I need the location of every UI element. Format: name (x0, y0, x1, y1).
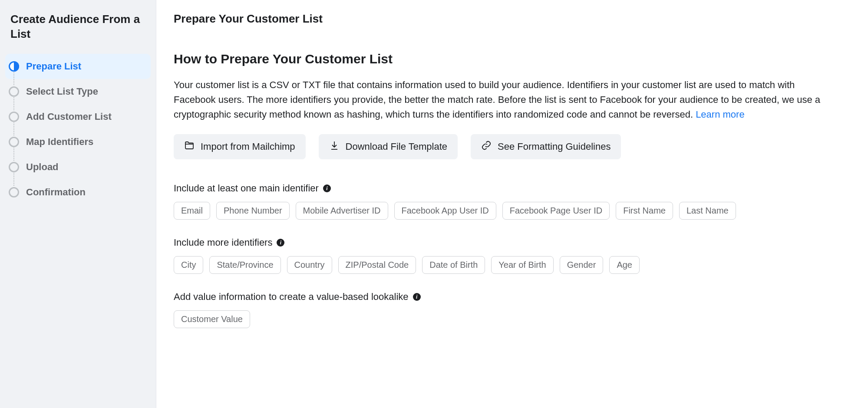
page-title: Prepare Your Customer List (174, 12, 834, 26)
empty-circle-icon (9, 86, 19, 97)
info-icon[interactable]: i (413, 293, 421, 301)
chip-year-of-birth[interactable]: Year of Birth (491, 256, 553, 274)
chip-email[interactable]: Email (174, 202, 210, 220)
action-button-row: Import from Mailchimp Download File Temp… (174, 134, 834, 159)
section-heading: How to Prepare Your Customer List (174, 52, 834, 66)
empty-circle-icon (9, 187, 19, 197)
step-upload[interactable]: Upload (5, 155, 151, 180)
main-identifiers-group: Include at least one main identifier i E… (174, 183, 834, 220)
main-content: Prepare Your Customer List How to Prepar… (156, 0, 851, 408)
empty-circle-icon (9, 137, 19, 147)
chip-facebook-page-user-id[interactable]: Facebook Page User ID (502, 202, 610, 220)
chip-age[interactable]: Age (609, 256, 640, 274)
step-label: Map Identifiers (26, 136, 93, 148)
chip-mobile-advertiser-id[interactable]: Mobile Advertiser ID (296, 202, 388, 220)
step-label: Prepare List (26, 61, 81, 72)
folder-import-icon (184, 140, 195, 153)
sidebar-title: Create Audience From a List (5, 10, 151, 54)
value-info-label: Add value information to create a value-… (174, 291, 834, 303)
button-label: Download File Template (346, 141, 447, 152)
step-label: Add Customer List (26, 111, 112, 122)
chip-first-name[interactable]: First Name (616, 202, 673, 220)
download-icon (329, 140, 340, 153)
group-label-text: Include more identifiers (174, 237, 272, 248)
info-icon[interactable]: i (323, 184, 331, 192)
step-nav: Prepare List Select List Type Add Custom… (5, 54, 151, 205)
step-select-list-type[interactable]: Select List Type (5, 79, 151, 104)
chip-state-province[interactable]: State/Province (209, 256, 281, 274)
main-identifier-chips: Email Phone Number Mobile Advertiser ID … (174, 202, 834, 220)
intro-paragraph: Your customer list is a CSV or TXT file … (174, 78, 834, 122)
empty-circle-icon (9, 162, 19, 172)
chip-facebook-app-user-id[interactable]: Facebook App User ID (394, 202, 496, 220)
empty-circle-icon (9, 112, 19, 122)
group-label-text: Add value information to create a value-… (174, 291, 409, 303)
chip-zip-postal-code[interactable]: ZIP/Postal Code (338, 256, 416, 274)
step-map-identifiers[interactable]: Map Identifiers (5, 129, 151, 155)
learn-more-link[interactable]: Learn more (696, 109, 745, 120)
app-root: Create Audience From a List Prepare List… (0, 0, 868, 408)
button-label: See Formatting Guidelines (498, 141, 611, 152)
button-label: Import from Mailchimp (201, 141, 295, 152)
chip-last-name[interactable]: Last Name (679, 202, 736, 220)
step-label: Select List Type (26, 86, 98, 97)
chip-country[interactable]: Country (287, 256, 332, 274)
more-identifier-chips: City State/Province Country ZIP/Postal C… (174, 256, 834, 274)
info-icon[interactable]: i (277, 239, 284, 247)
step-label: Upload (26, 161, 59, 173)
step-label: Confirmation (26, 187, 86, 198)
chip-city[interactable]: City (174, 256, 203, 274)
more-identifiers-label: Include more identifiers i (174, 237, 834, 248)
link-icon (481, 140, 492, 153)
formatting-guidelines-button[interactable]: See Formatting Guidelines (471, 134, 621, 159)
half-circle-icon (9, 61, 19, 72)
group-label-text: Include at least one main identifier (174, 183, 319, 194)
more-identifiers-group: Include more identifiers i City State/Pr… (174, 237, 834, 274)
main-identifiers-label: Include at least one main identifier i (174, 183, 834, 194)
chip-gender[interactable]: Gender (560, 256, 604, 274)
chip-phone-number[interactable]: Phone Number (216, 202, 290, 220)
step-confirmation[interactable]: Confirmation (5, 180, 151, 205)
step-add-customer-list[interactable]: Add Customer List (5, 104, 151, 129)
chip-customer-value[interactable]: Customer Value (174, 310, 250, 328)
step-prepare-list[interactable]: Prepare List (5, 54, 151, 79)
download-template-button[interactable]: Download File Template (319, 134, 458, 159)
value-info-chips: Customer Value (174, 310, 834, 328)
sidebar: Create Audience From a List Prepare List… (0, 0, 156, 408)
chip-date-of-birth[interactable]: Date of Birth (422, 256, 485, 274)
value-info-group: Add value information to create a value-… (174, 291, 834, 328)
import-mailchimp-button[interactable]: Import from Mailchimp (174, 134, 306, 159)
